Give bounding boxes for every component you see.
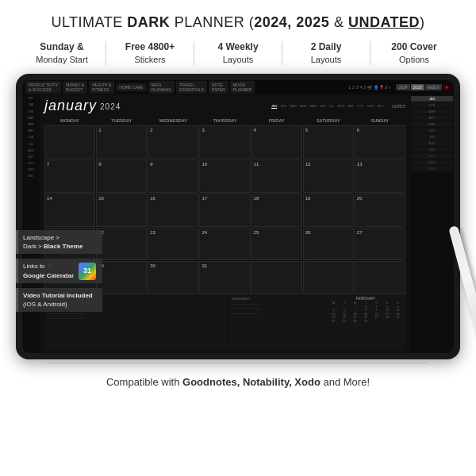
cal-cell-5[interactable]: 5 (303, 125, 354, 159)
mini-apr[interactable]: APR (300, 104, 306, 109)
day-monday: MONDAY (44, 117, 95, 124)
mini-oct[interactable]: OCT (357, 104, 363, 109)
feature-stickers-bottom: Stickers (134, 54, 165, 66)
nav-year-2024[interactable]: 2024 (396, 84, 409, 90)
cal-cell-6[interactable]: 6 (355, 125, 405, 159)
mini-may[interactable]: MAY (309, 104, 316, 109)
cal-cell-15[interactable]: 15 (96, 194, 147, 227)
sidebar-jul[interactable]: JUL (23, 142, 39, 147)
mc-d17: 14 (350, 313, 360, 316)
mini-feb[interactable]: FEB (280, 104, 286, 109)
right-dec[interactable]: DEC (411, 166, 453, 171)
mc-d25: 22 (361, 316, 371, 319)
todo-line4: ───────────────── (47, 317, 225, 321)
sidebar-nov[interactable]: NOV (23, 167, 39, 172)
mini-nov[interactable]: NOV (367, 104, 374, 109)
feature-weekly: 4 Weekly Layouts (194, 40, 282, 66)
mc-d27: 24 (382, 316, 393, 319)
sidebar-feb[interactable]: FEB (23, 109, 39, 114)
cal-cell-27[interactable]: 27 (355, 228, 405, 261)
nav-tab-homecare[interactable]: HOME CARE (116, 83, 146, 91)
sidebar-apr[interactable]: APR (23, 122, 39, 127)
cal-cell-22[interactable]: 22 (96, 228, 147, 261)
badge-google-text: Links toGoogle Calendar (23, 262, 74, 279)
sidebar-int[interactable]: INT (23, 96, 39, 101)
nav-close[interactable]: ✕ (443, 84, 451, 90)
mini-dec[interactable]: DEC (377, 104, 383, 109)
right-jan[interactable]: JAN (411, 96, 453, 102)
notes-label: notes (392, 103, 405, 109)
right-feb[interactable]: FEB (411, 102, 453, 108)
cal-cell-31[interactable]: 31 (199, 261, 250, 294)
mc-t2: T (361, 301, 371, 305)
cal-cell-16[interactable]: 16 (148, 194, 198, 227)
mc-d4: 1 (361, 305, 371, 309)
cal-cell-17[interactable]: 17 (199, 194, 250, 227)
sidebar-sep[interactable]: SEP (23, 155, 39, 159)
cal-cell-8[interactable]: 8 (96, 159, 147, 193)
cal-cell-3[interactable]: 3 (199, 125, 250, 159)
right-nov[interactable]: NOV (411, 159, 453, 165)
mini-mar[interactable]: MAR (290, 104, 297, 109)
sidebar-mar[interactable]: MAR (23, 116, 39, 121)
cal-cell-4[interactable]: 4 (251, 125, 302, 159)
right-jul[interactable]: JUL (411, 134, 453, 140)
nav-tab-meal[interactable]: MEALPLANNING (148, 81, 175, 94)
nav-tab-note[interactable]: NOTEPAPER (209, 81, 228, 94)
right-jun[interactable]: JUN (411, 128, 453, 133)
cal-cell-30[interactable]: 30 (148, 261, 198, 294)
cal-cell-24[interactable]: 24 (199, 228, 250, 261)
calendar-area: INT JAN FEB MAR APR MAY JUN JUL AUG SEP … (22, 94, 454, 353)
right-sep[interactable]: SEP (411, 147, 453, 152)
calendar-main: january2024 JAN FEB MAR APR MAY (40, 94, 410, 353)
right-mar[interactable]: MAR (411, 109, 453, 114)
right-may[interactable]: MAY (411, 121, 453, 127)
sidebar-jan[interactable]: JAN (23, 102, 39, 107)
cal-cell-20[interactable]: 20 (355, 194, 405, 227)
nav-year-2025[interactable]: 2025 (411, 84, 424, 90)
nav-tab-money[interactable]: MONEY &BUDGET (63, 81, 87, 94)
right-oct[interactable]: OCT (411, 153, 453, 159)
cal-cell-14[interactable]: 14 (44, 194, 95, 227)
feature-sunday-monday: Sunday & Monday Start (18, 40, 106, 66)
cal-cell-13[interactable]: 13 (355, 159, 405, 193)
mc-d29: 26 (328, 320, 339, 323)
remember-label: REMEMBER (232, 297, 322, 301)
sidebar-may[interactable]: MAY (23, 129, 39, 133)
cal-cell-10[interactable]: 10 (199, 159, 250, 193)
cal-cell-29[interactable]: 29 (96, 261, 147, 294)
cal-cell-12[interactable]: 12 (303, 159, 354, 193)
nav-icons: 🛒 👤 📍 $ ✓ (367, 85, 391, 90)
right-apr[interactable]: APR (411, 115, 453, 121)
nav-tab-travel[interactable]: TRAVELESSENTIALS (176, 81, 207, 94)
nav-numbers: 1 2 3 4 5 🛒 👤 📍 $ ✓ (348, 85, 391, 90)
mc-f: F (371, 301, 382, 305)
mc-d15: 12 (328, 313, 339, 316)
cal-cell-2[interactable]: 2 (148, 125, 198, 159)
nav-tab-mood[interactable]: MOODPLANNER (230, 81, 255, 94)
right-aug[interactable]: AUG (411, 140, 453, 146)
mini-sep[interactable]: SEP (347, 104, 354, 109)
sidebar-aug[interactable]: AUG (23, 148, 39, 153)
cal-cell-18[interactable]: 18 (251, 194, 302, 227)
mini-jun[interactable]: JUN (320, 104, 326, 109)
sidebar-oct[interactable]: OCT (23, 161, 39, 166)
nav-index[interactable]: INDEX (425, 84, 442, 90)
nav-tab-health[interactable]: HEALTH &FITNESS (89, 81, 114, 94)
cal-cell-23[interactable]: 23 (148, 228, 198, 261)
cal-cell-19[interactable]: 19 (303, 194, 354, 227)
nav-tab-productivity[interactable]: PRODUCTIVITY& SUCCESS (25, 81, 61, 94)
sidebar-dec[interactable]: DEC (23, 174, 39, 178)
cal-cell-1[interactable]: 1 (96, 125, 147, 159)
cal-cell-7[interactable]: 7 (44, 159, 95, 193)
device-mockup: PRODUCTIVITY& SUCCESS MONEY &BUDGET HEAL… (16, 74, 460, 359)
cal-cell-26[interactable]: 26 (303, 228, 354, 261)
cal-cell-9[interactable]: 9 (148, 159, 198, 193)
mini-jan[interactable]: JAN (271, 104, 278, 109)
cal-cell-11[interactable]: 11 (251, 159, 302, 193)
sidebar-jun[interactable]: JUN (23, 135, 39, 140)
mini-jul[interactable]: JUL (328, 104, 334, 109)
cal-cell-25[interactable]: 25 (251, 228, 302, 261)
mc-d20: 17 (382, 313, 393, 316)
mini-aug[interactable]: AUG (338, 104, 345, 109)
